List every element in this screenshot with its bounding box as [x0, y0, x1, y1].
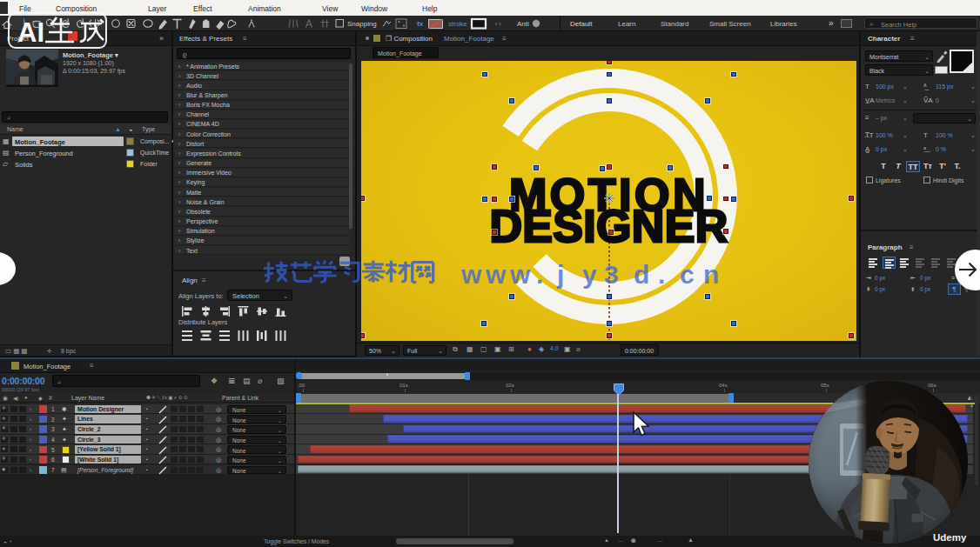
svg-text:d: d — [634, 260, 649, 289]
svg-text:w: w — [509, 260, 531, 289]
svg-text:fx: fx — [417, 20, 424, 28]
svg-text:.: . — [536, 260, 543, 289]
svg-text:j: j — [556, 260, 564, 289]
svg-text:Snapping: Snapping — [347, 20, 377, 28]
svg-text:.: . — [658, 260, 665, 289]
svg-text:y: y — [582, 260, 597, 289]
svg-text:n: n — [703, 260, 719, 289]
svg-text:3: 3 — [604, 260, 619, 289]
svg-text:w: w — [485, 260, 507, 289]
svg-text:Anti: Anti — [517, 20, 529, 28]
svg-text:stroke: stroke — [448, 20, 467, 28]
svg-text:AI: AI — [17, 17, 44, 47]
svg-text:w: w — [460, 260, 482, 289]
svg-text:c: c — [680, 260, 695, 289]
svg-text:‹ ›: ‹ › — [495, 21, 501, 27]
